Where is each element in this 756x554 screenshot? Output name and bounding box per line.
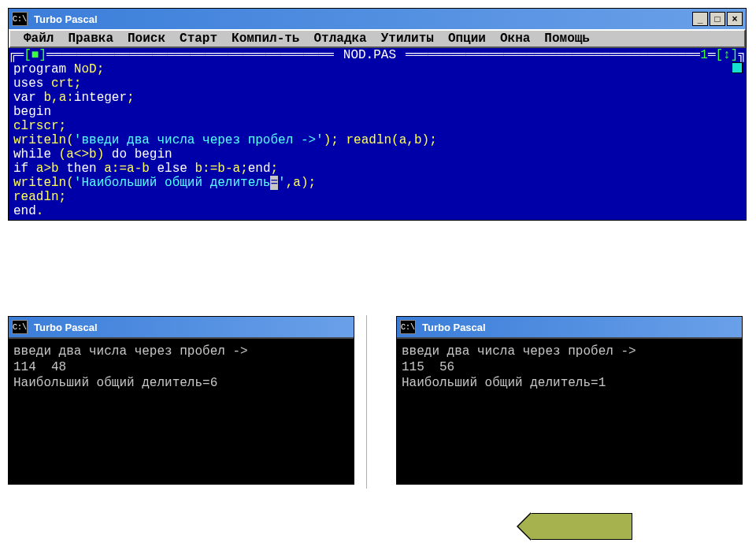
editor-scroll-icon[interactable]: [↕] [716,48,739,62]
menu-file[interactable]: Файл [17,32,61,46]
menubar: Файл Правка Поиск Старт Компил-ть Отладк… [9,29,746,48]
console-output-left: введи два числа через пробел -> 114 48 Н… [9,337,354,484]
editor-frame-top: ╔═[■]═══════════════════════════════════… [9,48,746,62]
code-line[interactable]: while (a<>b) do begin [13,147,746,162]
editor-filename: NOD.PAS [343,48,396,62]
code-editor[interactable]: ╔═[■]═══════════════════════════════════… [9,48,746,220]
menu-start[interactable]: Старт [172,32,224,46]
editor-close-icon[interactable]: [■] [24,48,46,62]
code-line[interactable]: end. [13,204,746,218]
code-line[interactable]: readln; [13,190,746,204]
titlebar-right[interactable]: C:\ Turbo Pascal [397,317,742,337]
main-editor-window: C:\ Turbo Pascal _ □ × Файл Правка Поиск… [8,8,747,221]
menu-windows[interactable]: Окна [493,32,537,46]
code-line[interactable]: writeln('Наибольший общий делитель=',a); [13,176,746,190]
window-title: Turbo Pascal [34,13,692,25]
code-line[interactable]: uses crt; [13,76,746,91]
prev-arrow-button[interactable] [530,513,632,540]
code-line[interactable]: clrscr; [13,119,746,133]
app-icon: C:\ [12,320,28,334]
close-button[interactable]: × [727,12,743,26]
app-icon: C:\ [400,320,416,334]
menu-search[interactable]: Поиск [120,32,172,46]
output-window-left: C:\ Turbo Pascal введи два числа через п… [8,316,354,485]
scrollbar-thumb[interactable] [732,62,743,73]
code-line[interactable]: begin [13,105,746,119]
titlebar-left[interactable]: C:\ Turbo Pascal [9,317,354,337]
output-window-right: C:\ Turbo Pascal введи два числа через п… [396,316,743,485]
vertical-divider [366,315,367,489]
code-line[interactable]: if a>b then a:=a-b else b:=b-a;end; [13,162,746,176]
menu-compile[interactable]: Компил-ть [224,32,306,46]
menu-help[interactable]: Помощь [537,32,597,46]
menu-utils[interactable]: Утилиты [374,32,441,46]
titlebar[interactable]: C:\ Turbo Pascal _ □ × [9,9,746,29]
code-line[interactable]: writeln('введи два числа через пробел ->… [13,133,746,147]
editor-window-number: 1 [700,48,708,62]
app-icon: C:\ [12,12,28,26]
window-title: Turbo Pascal [422,322,742,333]
minimize-button[interactable]: _ [692,12,708,26]
menu-options[interactable]: Опции [441,32,493,46]
window-title: Turbo Pascal [34,322,354,333]
code-line[interactable]: var b,a:integer; [13,91,746,105]
code-line[interactable]: program NoD; [13,62,746,76]
menu-edit[interactable]: Правка [61,32,120,46]
menu-debug[interactable]: Отладка [306,32,373,46]
console-output-right: введи два числа через пробел -> 115 56 Н… [397,337,742,484]
arrow-left-icon [518,513,532,540]
maximize-button[interactable]: □ [710,12,725,26]
code-body[interactable]: program NoD;uses crt;var b,a:integer;beg… [9,62,746,218]
